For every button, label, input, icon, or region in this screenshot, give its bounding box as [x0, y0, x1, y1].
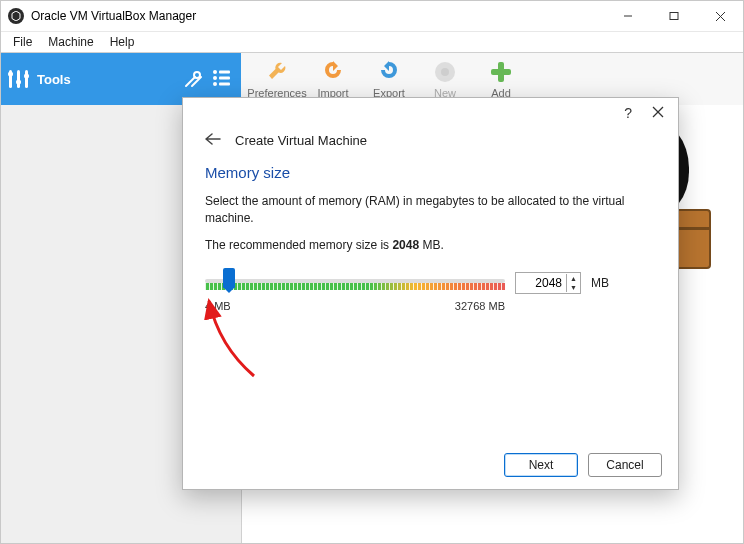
tools-icon	[1, 66, 37, 92]
section-title: Memory size	[183, 160, 678, 193]
recommended-text: The recommended memory size is 2048 MB.	[183, 238, 678, 268]
title-bar: Oracle VM VirtualBox Manager	[1, 1, 743, 32]
svg-point-5	[8, 72, 13, 77]
memory-slider[interactable]	[205, 268, 505, 298]
dialog-description: Select the amount of memory (RAM) in meg…	[183, 193, 678, 238]
svg-point-18	[441, 68, 449, 76]
svg-rect-1	[670, 13, 678, 20]
back-button[interactable]	[205, 132, 221, 148]
svg-rect-6	[17, 70, 20, 88]
app-icon	[8, 8, 24, 24]
slider-max-label: 32768 MB	[455, 300, 505, 312]
new-icon	[432, 59, 458, 85]
svg-rect-16	[219, 82, 230, 85]
spin-down-icon[interactable]: ▼	[567, 283, 580, 292]
next-button[interactable]: Next	[504, 453, 578, 477]
slider-thumb[interactable]	[223, 268, 235, 288]
dialog-close-button[interactable]	[652, 106, 664, 121]
svg-rect-20	[491, 69, 511, 75]
spin-up-icon[interactable]: ▲	[567, 274, 580, 283]
svg-point-9	[24, 74, 29, 79]
svg-rect-12	[219, 70, 230, 73]
svg-rect-8	[25, 70, 28, 88]
svg-point-13	[213, 76, 217, 80]
window-title: Oracle VM VirtualBox Manager	[31, 9, 605, 23]
dialog-title: Create Virtual Machine	[235, 133, 367, 148]
memory-spinbox[interactable]: ▲ ▼	[515, 272, 581, 294]
memory-unit: MB	[591, 276, 609, 290]
svg-rect-14	[219, 76, 230, 79]
wrench-icon	[264, 59, 290, 85]
dialog-help-button[interactable]: ?	[624, 105, 632, 121]
svg-point-7	[16, 80, 21, 85]
main-window: Oracle VM VirtualBox Manager File Machin…	[0, 0, 744, 544]
tools-list-icon[interactable]	[211, 67, 233, 92]
close-button[interactable]	[697, 1, 743, 31]
minimize-button[interactable]	[605, 1, 651, 31]
maximize-button[interactable]	[651, 1, 697, 31]
slider-min-label: 4 MB	[205, 300, 231, 312]
menu-machine[interactable]: Machine	[42, 33, 99, 51]
tools-label: Tools	[37, 72, 183, 87]
import-icon	[320, 59, 346, 85]
menu-file[interactable]: File	[7, 33, 38, 51]
svg-point-11	[213, 70, 217, 74]
cancel-button[interactable]: Cancel	[588, 453, 662, 477]
create-vm-dialog: ? Create Virtual Machine Memory size Sel…	[182, 97, 679, 490]
add-icon	[488, 59, 514, 85]
svg-point-15	[213, 82, 217, 86]
tools-settings-icon[interactable]	[183, 67, 205, 92]
menu-help[interactable]: Help	[104, 33, 141, 51]
memory-value-input[interactable]	[516, 276, 566, 290]
svg-point-10	[194, 72, 200, 78]
export-icon	[376, 59, 402, 85]
menu-bar: File Machine Help	[1, 32, 743, 52]
